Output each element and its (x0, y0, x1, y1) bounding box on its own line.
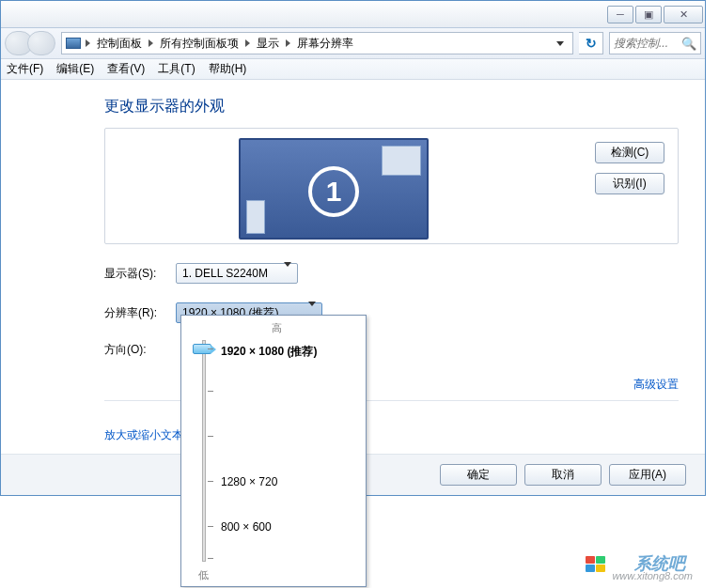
display-row: 显示器(S): 1. DELL S2240M (104, 263, 679, 284)
menubar: 文件(F) 编辑(E) 查看(V) 工具(T) 帮助(H) (1, 59, 705, 80)
slider-tick (208, 348, 213, 349)
chevron-right-icon (286, 39, 290, 47)
address-dropdown[interactable] (552, 41, 569, 46)
identify-button[interactable]: 识别(I) (595, 173, 664, 194)
breadcrumb-item[interactable]: 所有控制面板项 (158, 36, 241, 52)
breadcrumb-item[interactable]: 控制面板 (95, 36, 144, 52)
resolution-label: 分辨率(R): (104, 305, 176, 321)
slider-tick (208, 481, 213, 482)
nav-forward-button[interactable] (27, 31, 55, 55)
window-thumbnail (382, 146, 421, 176)
menu-edit[interactable]: 编辑(E) (56, 61, 94, 77)
chevron-right-icon (86, 39, 90, 47)
page-title: 更改显示器的外观 (104, 97, 679, 116)
preview-buttons: 检测(C) 识别(I) (595, 142, 664, 194)
chevron-right-icon (148, 39, 153, 47)
resolution-option[interactable]: 800 × 600 (221, 520, 272, 534)
resolution-dropdown-panel[interactable]: 高 1920 × 1080 (推荐) 1280 × 720 800 × 600 … (180, 315, 367, 587)
windows-logo-icon (586, 556, 608, 575)
control-panel-icon (66, 38, 81, 49)
resolution-option[interactable]: 1280 × 720 (221, 475, 277, 488)
slider-low-label: 低 (198, 568, 209, 582)
breadcrumb-item[interactable]: 显示 (255, 36, 281, 52)
menu-help[interactable]: 帮助(H) (209, 61, 247, 77)
display-label: 显示器(S): (104, 266, 176, 282)
window-thumbnail (246, 200, 265, 234)
menu-view[interactable]: 查看(V) (107, 61, 145, 77)
chevron-right-icon (245, 39, 250, 47)
search-box[interactable]: 🔍 (609, 32, 701, 54)
display-combo[interactable]: 1. DELL S2240M (176, 263, 298, 284)
search-input[interactable] (614, 37, 678, 50)
nav-buttons (5, 31, 55, 55)
titlebar: ─ ▣ ✕ (1, 1, 705, 28)
close-button[interactable]: ✕ (664, 6, 703, 23)
address-bar[interactable]: 控制面板 所有控制面板项 显示 屏幕分辨率 (61, 32, 573, 54)
chevron-down-icon (556, 41, 564, 46)
slider-tick (208, 436, 213, 437)
menu-file[interactable]: 文件(F) (7, 61, 43, 77)
monitor-number: 1 (308, 166, 359, 217)
search-icon[interactable]: 🔍 (681, 37, 696, 51)
cancel-button[interactable]: 取消 (524, 464, 602, 486)
slider-rail[interactable] (202, 340, 206, 562)
ok-button[interactable]: 确定 (440, 464, 517, 486)
display-preview: 1 检测(C) 识别(I) (104, 128, 679, 244)
breadcrumb-item[interactable]: 屏幕分辨率 (295, 36, 355, 52)
monitor-preview[interactable]: 1 (239, 138, 429, 240)
slider-tick (208, 526, 213, 527)
advanced-settings-link[interactable]: 高级设置 (633, 378, 679, 391)
detect-button[interactable]: 检测(C) (595, 142, 664, 163)
slider-tick (208, 391, 213, 392)
minimize-button[interactable]: ─ (607, 6, 633, 23)
display-value: 1. DELL S2240M (182, 267, 268, 280)
slider-high-label: 高 (196, 321, 356, 335)
slider-tick (208, 558, 213, 559)
refresh-button[interactable]: ↻ (579, 32, 603, 54)
chevron-down-icon (284, 267, 291, 280)
menu-tools[interactable]: 工具(T) (158, 61, 195, 77)
resolution-option[interactable]: 1920 × 1080 (推荐) (221, 344, 317, 360)
apply-button[interactable]: 应用(A) (609, 464, 686, 486)
navbar: 控制面板 所有控制面板项 显示 屏幕分辨率 ↻ 🔍 (1, 28, 705, 59)
orientation-label: 方向(O): (104, 342, 176, 358)
maximize-button[interactable]: ▣ (635, 6, 662, 23)
watermark-brand: 系统吧 (634, 552, 685, 575)
